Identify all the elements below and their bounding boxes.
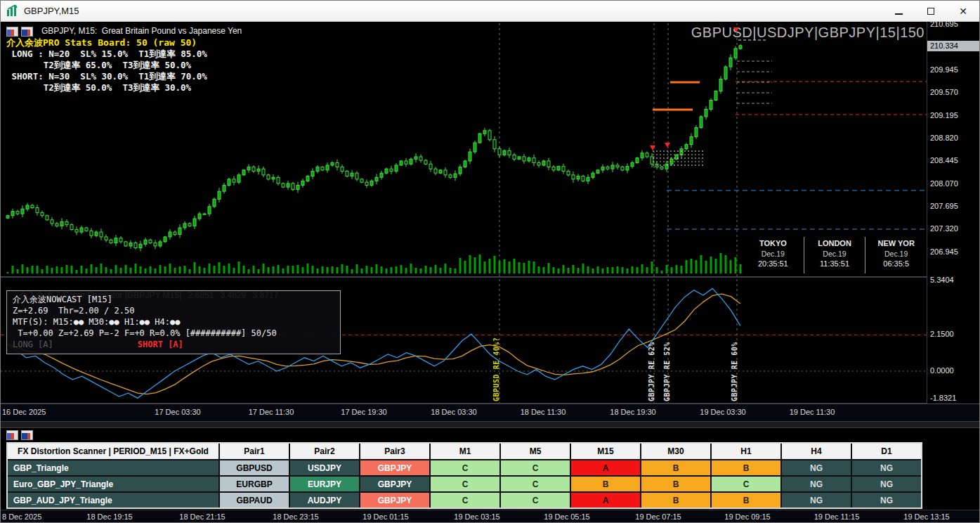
scanner-header-cell: Pair2 [290, 444, 359, 459]
nowcast-status-row: LONG [A] SHORT [A] [13, 339, 334, 350]
scanner-row-name: GBP_Triangle [8, 460, 218, 475]
scanner-cell: A [571, 460, 640, 475]
stats-board-lines: LONG : N=20 SL% 15.0% T1到達率 85.0% T2到達率 … [6, 49, 207, 93]
overlay-lines [653, 40, 927, 229]
scanner-cell: B [641, 493, 710, 508]
scanner-cell: GBPJPY [360, 460, 429, 475]
scanner-header-cell: Pair1 [220, 444, 289, 459]
session-column: LONDONDec.1911:35:51 [804, 237, 865, 273]
price-axis[interactable] [927, 22, 980, 404]
app-logo-icon [6, 5, 19, 18]
session-name: LONDON [804, 238, 865, 249]
scanner-cell: GBPJPY [360, 493, 429, 508]
scanner-grid-icon[interactable] [6, 430, 18, 440]
scanner-cell: NG [852, 493, 921, 508]
scanner-cell: C [431, 460, 499, 475]
session-column: TOKYODec.1920:35:51 [743, 237, 804, 273]
scanner-time-axis[interactable] [1, 510, 980, 523]
scanner-cell: B [712, 493, 780, 508]
chart-panel[interactable]: GBPUSD|USDJPY|GBPJPY|15|150 GBPJPY, M15:… [1, 22, 980, 421]
symbol-description: GBPJPY, M15: Great Britain Pound vs Japa… [41, 26, 242, 36]
scanner-cell: GBPUSD [220, 460, 289, 475]
scanner-header-cell: M1 [431, 444, 499, 459]
window-title: GBPJPY,M15 [24, 6, 79, 16]
scanner-header-cell: M15 [571, 444, 640, 459]
nowcast-line: 介入余波NOWCAST [M15] [13, 294, 334, 305]
scanner-header-cell: M30 [641, 444, 710, 459]
scanner-header-cell: M5 [501, 444, 570, 459]
scanner-row-name: GBP_AUD_JPY_Triangle [8, 493, 218, 508]
scanner-cell: NG [782, 460, 851, 475]
nowcast-line: T=+0.00 Z=+2.69 P=-2 F=+0 R=0.0% [######… [13, 328, 334, 339]
indicator-toolbar [6, 27, 36, 37]
scanner-header-cell: H4 [782, 444, 851, 459]
time-axis[interactable] [1, 403, 980, 421]
stats-line: T2到達率 65.0% T3到達率 50.0% [6, 60, 207, 71]
scanner-cell: B [712, 460, 780, 475]
title-bar: GBPJPY,M15 ✕ [1, 1, 979, 22]
maximize-button[interactable] [915, 1, 947, 21]
scanner-cell: C [712, 477, 780, 491]
stats-board-title: 介入余波PRO Stats Board: 50 (raw 50) [6, 37, 197, 49]
session-date: Dec.19 [865, 249, 927, 259]
scanner-cell: NG [782, 477, 851, 491]
scanner-cell: C [431, 477, 499, 491]
nowcast-box: 介入余波NOWCAST [M15]Z=+2.69 Thr=2.00 / 2.50… [6, 290, 341, 354]
scanner-cell: AUDJPY [290, 493, 359, 508]
window-divider [1, 421, 980, 428]
scanner-header-title: FX Distortion Scanner | PERIOD_M15 | FX+… [8, 444, 218, 459]
scanner-cell: C [501, 477, 570, 491]
scanner-cell: NG [852, 460, 921, 475]
scanner-panel: FX Distortion Scanner | PERIOD_M15 | FX+… [1, 428, 980, 523]
session-name: NEW YOR [865, 238, 927, 249]
stats-line: LONG : N=20 SL% 15.0% T1到達率 85.0% [6, 49, 207, 60]
scanner-header-cell: H1 [712, 444, 780, 459]
nowcast-line: MTF(S): M15:●● M30:●● H1:●● H4:●● [13, 316, 334, 328]
minimize-button[interactable] [882, 1, 915, 21]
session-name: TOKYO [743, 238, 804, 249]
window-controls: ✕ [882, 1, 979, 21]
scanner-cell: B [641, 460, 710, 475]
short-status-label: SHORT [A] [138, 339, 183, 350]
session-time: 06:35:5 [865, 259, 927, 269]
stats-board-icon[interactable] [6, 27, 18, 37]
scanner-row-name: Euro_GBP_JPY_Triangle [8, 477, 218, 491]
scanner-cell: GBPJPY [360, 477, 429, 491]
scanner-table: FX Distortion Scanner | PERIOD_M15 | FX+… [6, 442, 922, 509]
scanner-toolbar [6, 430, 36, 440]
stats-line: T2到達率 50.0% T3到達率 30.0% [6, 82, 207, 93]
scanner-cell: C [501, 460, 570, 475]
scanner-link-icon[interactable] [21, 27, 33, 37]
stats-line: SHORT: N=30 SL% 30.0% T1到達率 70.0% [6, 71, 207, 82]
nowcast-lines: 介入余波NOWCAST [M15]Z=+2.69 Thr=2.00 / 2.50… [13, 294, 334, 339]
long-status-label: LONG [A] [13, 339, 53, 350]
vertical-guide-lines [499, 23, 737, 403]
session-column: NEW YORDec.1906:35:5 [865, 237, 927, 273]
session-time: 11:35:51 [804, 259, 865, 269]
scanner-header-cell: D1 [852, 444, 921, 459]
scanner-cell: EURGBP [220, 477, 289, 491]
scanner-header-cell: Pair3 [360, 444, 429, 459]
scanner-cell: GBPAUD [220, 493, 289, 508]
session-date: Dec.19 [804, 249, 865, 259]
session-time: 20:35:51 [743, 259, 804, 269]
scanner-cell: C [431, 493, 499, 508]
scanner-cell: NG [782, 493, 851, 508]
nowcast-line: Z=+2.69 Thr=2.00 / 2.50 [13, 305, 334, 316]
scanner-cell: EURJPY [290, 477, 359, 491]
scanner-cell: B [641, 477, 710, 491]
scanner-cell: B [571, 477, 640, 491]
mt-chart-window: GBPJPY,M15 ✕ GBPUSD|USDJPY|GBPJPY|15|150… [0, 0, 980, 523]
scanner-cell: NG [852, 477, 921, 491]
close-icon: ✕ [959, 6, 967, 16]
maximize-icon [927, 8, 934, 15]
scanner-cell: USDJPY [290, 460, 359, 475]
scanner-cell: A [571, 493, 640, 508]
volume-bars [7, 253, 742, 273]
close-button[interactable]: ✕ [947, 1, 979, 21]
scanner-cell: C [501, 493, 570, 508]
minimize-icon [895, 13, 903, 15]
session-clock: TOKYODec.1920:35:51LONDONDec.1911:35:51N… [743, 237, 927, 273]
session-date: Dec.19 [743, 249, 804, 259]
scanner-flag-icon[interactable] [21, 430, 33, 440]
